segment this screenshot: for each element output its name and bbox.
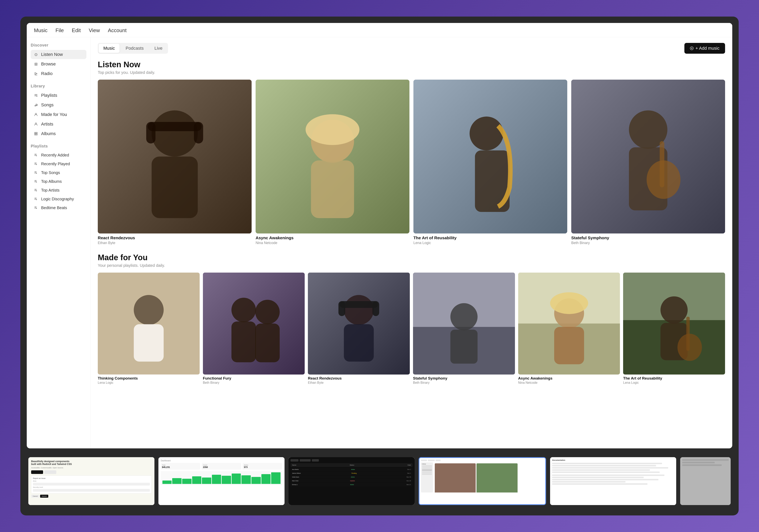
album-card-1[interactable]: Async Awakenings Nina Netcode bbox=[256, 80, 410, 245]
add-music-button[interactable]: + Add music bbox=[684, 43, 725, 54]
thumbnail-3[interactable]: Name Status Date Ava Martin Active Dec 2… bbox=[289, 457, 415, 505]
thumbnail-6[interactable] bbox=[680, 457, 731, 505]
sidebar-artists-label: Artists bbox=[41, 122, 53, 127]
sidebar-item-made-for-you[interactable]: Made for You bbox=[31, 110, 86, 119]
playlists-icon bbox=[33, 93, 38, 98]
svg-marker-38 bbox=[36, 199, 37, 200]
thumbnail-5[interactable]: Documentation bbox=[550, 457, 676, 505]
playlist-title-3: Stateful Symphony bbox=[413, 376, 515, 381]
sidebar-albums-label: Albums bbox=[41, 131, 56, 136]
album-card-2[interactable]: The Art of Reusability Lena Logic bbox=[414, 80, 567, 245]
top-songs-icon bbox=[33, 170, 38, 175]
listen-now-section: Listen Now Top picks for you. Updated da… bbox=[98, 60, 725, 245]
menu-edit[interactable]: Edit bbox=[72, 27, 81, 33]
made-for-you-section: Made for You Your personal playlists. Up… bbox=[98, 253, 725, 385]
sidebar-item-songs[interactable]: Songs bbox=[31, 101, 86, 109]
svg-rect-83 bbox=[373, 301, 379, 316]
svg-point-75 bbox=[255, 300, 280, 324]
album-title-3: Stateful Symphony bbox=[571, 235, 725, 240]
thumbnail-3-inner: Name Status Date Ava Martin Active Dec 2… bbox=[289, 457, 415, 505]
album-artist-2: Lena Logic bbox=[414, 241, 567, 245]
album-card-3[interactable]: Stateful Symphony Beth Binary bbox=[571, 80, 725, 245]
menu-file[interactable]: File bbox=[56, 27, 64, 33]
svg-rect-93 bbox=[554, 327, 584, 364]
top-artists-icon bbox=[33, 188, 38, 192]
sidebar-library-section: Library Playlists bbox=[31, 84, 86, 138]
svg-rect-13 bbox=[34, 134, 36, 135]
main-content: Music Podcasts Live + Add music bbox=[91, 37, 732, 448]
playlist-card-4[interactable]: Async Awakenings Nina Netcode bbox=[518, 272, 620, 385]
svg-rect-67 bbox=[659, 141, 664, 187]
svg-marker-34 bbox=[36, 190, 37, 191]
playlist-artist-3: Beth Binary bbox=[413, 381, 515, 385]
playlist-artist-0: Lena Logic bbox=[98, 381, 200, 385]
sidebar-item-radio[interactable]: ⊵ Radio bbox=[31, 69, 86, 78]
menu-bar: Music File Edit View Account bbox=[27, 23, 732, 37]
playlist-artist-1: Beth Binary bbox=[203, 381, 305, 385]
playlist-card-3[interactable]: Stateful Symphony Beth Binary bbox=[413, 272, 515, 385]
sidebar-item-listen-now[interactable]: ⊙ Listen Now bbox=[31, 50, 86, 59]
sidebar: Discover ⊙ Listen Now ⊞ Browse ⊵ Radio bbox=[27, 37, 91, 448]
sidebar-discover-section: Discover ⊙ Listen Now ⊞ Browse ⊵ Radio bbox=[31, 43, 86, 78]
recently-added-icon bbox=[33, 153, 38, 157]
thumbnail-1[interactable]: Beautifully designed componentsbuilt wit… bbox=[28, 457, 154, 505]
playlist-title-5: The Art of Reusability bbox=[623, 376, 725, 381]
menu-account[interactable]: Account bbox=[108, 27, 127, 33]
sidebar-discover-label: Discover bbox=[31, 43, 86, 48]
album-card-0[interactable]: React Rendezvous Ethan Byte bbox=[98, 80, 252, 245]
sidebar-item-playlists[interactable]: Playlists bbox=[31, 91, 86, 100]
album-cover-2 bbox=[414, 80, 567, 233]
sidebar-item-albums[interactable]: Albums bbox=[31, 129, 86, 138]
thumbnail-4[interactable]: Library bbox=[419, 457, 546, 505]
sidebar-logic-discography[interactable]: Logic Discography bbox=[31, 195, 86, 203]
playlist-card-1[interactable]: Functional Fury Beth Binary bbox=[203, 272, 305, 385]
listen-now-icon: ⊙ bbox=[33, 52, 38, 57]
menu-music[interactable]: Music bbox=[34, 27, 48, 33]
thumbnail-4-inner: Library bbox=[419, 458, 545, 504]
thumbnail-2[interactable]: Dashboard Total$45,231 Count2350 Active5… bbox=[158, 457, 285, 505]
radio-icon: ⊵ bbox=[33, 71, 38, 76]
playlist-card-2[interactable]: React Rendezvous Ethan Byte bbox=[308, 272, 410, 385]
playlist-title-1: Functional Fury bbox=[203, 376, 305, 381]
thumbnail-1-inner: Beautifully designed componentsbuilt wit… bbox=[28, 457, 154, 505]
menu-view[interactable]: View bbox=[89, 27, 100, 33]
tab-live[interactable]: Live bbox=[150, 44, 167, 53]
sidebar-top-artists[interactable]: Top Artists bbox=[31, 186, 86, 194]
playlist-artist-5: Lena Logic bbox=[623, 381, 725, 385]
app-window: Music File Edit View Account Discover ⊙ … bbox=[27, 23, 732, 448]
recently-played-label: Recently Played bbox=[41, 162, 70, 166]
playlist-card-0[interactable]: Thinking Components Lena Logic bbox=[98, 272, 200, 385]
tab-podcasts[interactable]: Podcasts bbox=[121, 44, 148, 53]
svg-point-57 bbox=[306, 114, 360, 145]
svg-point-7 bbox=[36, 105, 37, 106]
playlist-title-0: Thinking Components bbox=[98, 376, 200, 381]
top-albums-label: Top Albums bbox=[41, 179, 62, 184]
sidebar-item-artists[interactable]: Artists bbox=[31, 120, 86, 129]
svg-rect-82 bbox=[339, 301, 345, 316]
playlist-cover-5 bbox=[623, 272, 725, 375]
playlist-cover-2 bbox=[308, 272, 410, 375]
album-title-2: The Art of Reusability bbox=[414, 235, 567, 240]
svg-rect-70 bbox=[134, 324, 164, 362]
sidebar-top-songs[interactable]: Top Songs bbox=[31, 168, 86, 177]
sidebar-top-albums[interactable]: Top Albums bbox=[31, 177, 86, 185]
tab-music[interactable]: Music bbox=[99, 44, 120, 53]
svg-rect-76 bbox=[255, 323, 280, 362]
svg-rect-51 bbox=[146, 122, 155, 143]
songs-icon bbox=[33, 102, 38, 107]
bedtime-beats-icon bbox=[33, 205, 38, 210]
svg-rect-56 bbox=[311, 160, 354, 218]
sidebar-bedtime-beats[interactable]: Bedtime Beats bbox=[31, 204, 86, 212]
sidebar-item-browse[interactable]: ⊞ Browse bbox=[31, 60, 86, 69]
sidebar-recently-added[interactable]: Recently Added bbox=[31, 151, 86, 159]
album-artist-1: Nina Netcode bbox=[256, 241, 410, 245]
sidebar-songs-label: Songs bbox=[41, 102, 54, 107]
sidebar-radio-label: Radio bbox=[41, 71, 53, 76]
sidebar-recently-played[interactable]: Recently Played bbox=[31, 160, 86, 168]
top-artists-label: Top Artists bbox=[41, 188, 60, 192]
album-cover-3 bbox=[571, 80, 725, 233]
playlist-card-5[interactable]: The Art of Reusability Lena Logic bbox=[623, 272, 725, 385]
svg-point-98 bbox=[660, 296, 688, 323]
playlist-cover-0 bbox=[98, 272, 200, 375]
sidebar-listen-now-label: Listen Now bbox=[41, 52, 63, 57]
